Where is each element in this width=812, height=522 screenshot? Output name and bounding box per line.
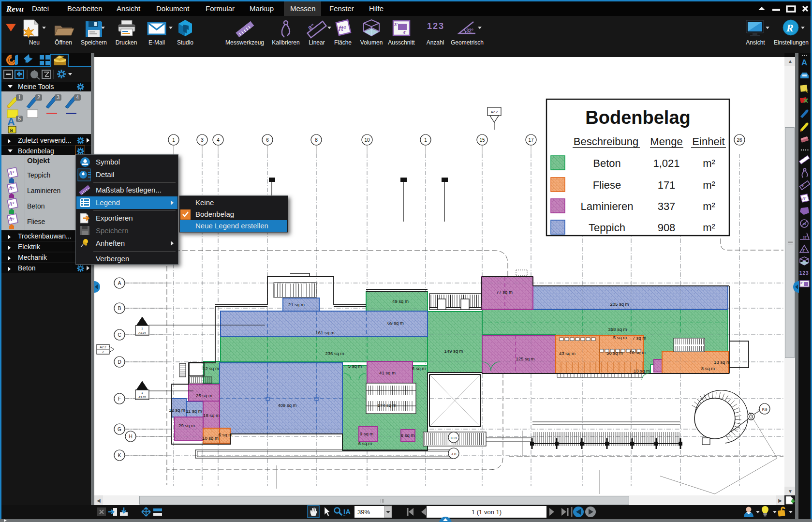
- svg-text:43 sq m: 43 sq m: [559, 351, 576, 356]
- svg-text:8 sq m: 8 sq m: [401, 433, 415, 438]
- svg-text:m²: m²: [703, 200, 715, 212]
- svg-text:39%: 39%: [357, 508, 370, 516]
- svg-text:15: 15: [479, 137, 485, 143]
- svg-text:69 sq m: 69 sq m: [387, 320, 404, 326]
- svg-text:12 sq m: 12 sq m: [203, 366, 219, 371]
- svg-text:123: 123: [427, 21, 444, 31]
- svg-text:Beton: Beton: [593, 157, 621, 169]
- svg-text:21 sq m: 21 sq m: [288, 302, 305, 307]
- svg-text:2: 2: [102, 350, 104, 354]
- svg-text:R: R: [786, 22, 794, 34]
- svg-text:13 sq m: 13 sq m: [634, 368, 650, 373]
- svg-text:m²: m²: [703, 222, 715, 234]
- svg-text:8: 8: [315, 137, 318, 143]
- svg-text:6 sq m: 6 sq m: [358, 441, 372, 446]
- svg-text:A2.2: A2.2: [491, 110, 498, 114]
- svg-text:20: 20: [803, 223, 806, 225]
- svg-text:49 sq m: 49 sq m: [392, 298, 409, 304]
- svg-text:9 sq m: 9 sq m: [360, 431, 374, 436]
- svg-text:H: H: [129, 434, 132, 439]
- svg-text:13 sq m: 13 sq m: [714, 359, 730, 365]
- svg-text:Revu: Revu: [6, 4, 24, 14]
- svg-text:1: 1: [172, 137, 175, 143]
- svg-text:A: A: [118, 281, 121, 286]
- svg-text:10 sq m: 10 sq m: [202, 435, 219, 441]
- svg-text:A: A: [7, 116, 15, 128]
- svg-text:m²: m²: [703, 179, 715, 191]
- svg-text:11 sq m: 11 sq m: [186, 408, 202, 414]
- svg-text:29 sq m: 29 sq m: [178, 423, 195, 428]
- svg-text:B: B: [118, 306, 121, 311]
- svg-text:J.8: J.8: [451, 452, 457, 456]
- svg-text:m²: m²: [703, 157, 715, 169]
- svg-text:C: C: [118, 332, 121, 338]
- svg-text:149 sq m: 149 sq m: [444, 348, 463, 354]
- svg-text:6: 6: [266, 137, 269, 143]
- svg-text:32°: 32°: [466, 28, 473, 33]
- svg-text:56 sq m: 56 sq m: [606, 350, 623, 356]
- svg-text:K: K: [118, 453, 121, 458]
- svg-text:F: F: [118, 396, 121, 402]
- svg-text:H.8: H.8: [451, 436, 457, 440]
- svg-text:10: 10: [364, 137, 370, 143]
- svg-text:236 sq m: 236 sq m: [325, 351, 344, 356]
- svg-text:A2.2: A2.2: [100, 345, 106, 349]
- svg-text:3': 3': [802, 249, 805, 252]
- svg-text:337: 337: [658, 200, 676, 212]
- svg-text:7 sq m: 7 sq m: [633, 335, 647, 341]
- svg-text:ft²: ft²: [339, 24, 346, 32]
- svg-text:A3.05: A3.05: [138, 396, 146, 399]
- svg-text:1 (1 von 1): 1 (1 von 1): [472, 508, 502, 516]
- svg-text:12 sq m: 12 sq m: [169, 407, 185, 413]
- svg-text:174 sq m: 174 sq m: [377, 403, 396, 408]
- svg-text:3': 3': [394, 22, 398, 27]
- svg-text:D: D: [118, 359, 121, 365]
- svg-text:A3.04: A3.04: [138, 331, 146, 334]
- svg-text:G: G: [118, 427, 121, 432]
- svg-text:26: 26: [737, 137, 742, 143]
- svg-text:18 sq m: 18 sq m: [203, 413, 220, 418]
- svg-text:Bodenbelag: Bodenbelag: [585, 107, 690, 128]
- svg-text:Laminieren: Laminieren: [581, 200, 634, 212]
- svg-text:161 sq m: 161 sq m: [315, 330, 334, 335]
- svg-text:123: 123: [799, 270, 809, 276]
- svg-text:10 sq m: 10 sq m: [629, 350, 646, 355]
- svg-text:5 sq m: 5 sq m: [348, 363, 362, 369]
- svg-text:17: 17: [528, 137, 534, 143]
- svg-text:125 sq m: 125 sq m: [516, 356, 534, 361]
- svg-text:77 sq m: 77 sq m: [496, 289, 513, 295]
- svg-text:F.9: F.9: [762, 407, 768, 412]
- svg-text:41 sq m: 41 sq m: [379, 370, 396, 375]
- svg-text:8 sq m: 8 sq m: [701, 366, 715, 371]
- svg-text:1,021: 1,021: [653, 157, 679, 169]
- svg-text:Einheit: Einheit: [692, 135, 724, 148]
- svg-text:ft²: ft²: [9, 170, 15, 176]
- svg-text:409 sq m: 409 sq m: [278, 403, 296, 408]
- svg-text:25 sq m: 25 sq m: [196, 393, 212, 398]
- svg-text:908: 908: [658, 222, 676, 234]
- svg-text:1: 1: [424, 137, 427, 143]
- svg-text:3: 3: [201, 137, 204, 143]
- svg-text:8”: 8”: [307, 22, 316, 32]
- svg-text:4': 4': [403, 30, 406, 35]
- svg-text:358 sq m: 358 sq m: [608, 327, 627, 332]
- svg-text:171: 171: [658, 179, 676, 191]
- svg-text:4: 4: [217, 137, 220, 143]
- svg-text:a: a: [10, 127, 13, 134]
- svg-text:5 sq m: 5 sq m: [613, 335, 627, 340]
- svg-text:32°: 32°: [803, 236, 808, 239]
- svg-text:3': 3': [800, 282, 803, 284]
- svg-text:ft²: ft²: [802, 196, 806, 201]
- svg-text:Fliese: Fliese: [593, 179, 621, 191]
- svg-text:Teppich: Teppich: [589, 222, 625, 234]
- svg-text:6 sq m: 6 sq m: [219, 432, 233, 437]
- svg-text:205 sq m: 205 sq m: [610, 301, 629, 307]
- svg-text:A: A: [801, 58, 807, 67]
- svg-text:Beschreibung: Beschreibung: [574, 135, 639, 148]
- svg-text:Menge: Menge: [650, 135, 682, 148]
- svg-text:6 sq m: 6 sq m: [412, 366, 426, 371]
- svg-text:IA: IA: [343, 507, 351, 516]
